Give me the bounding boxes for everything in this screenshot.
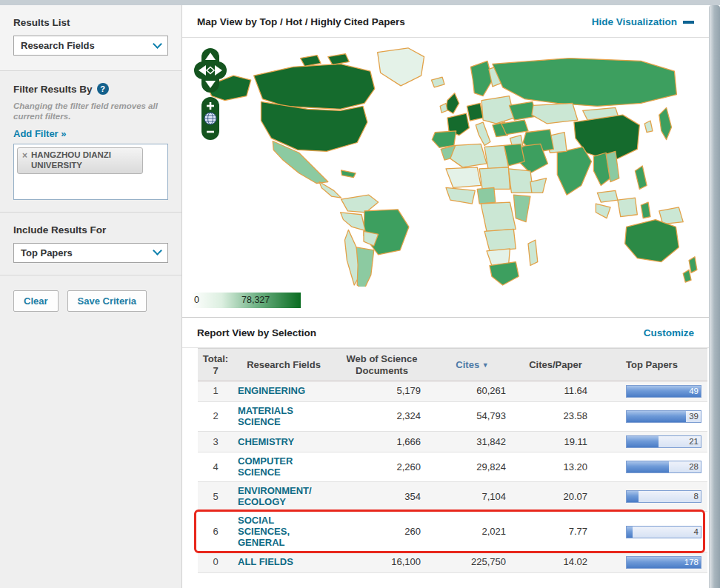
docs-cell: 5,179 [334, 381, 430, 402]
map-region-new-zealand[interactable] [689, 257, 697, 273]
table-row[interactable]: 4 COMPUTER SCIENCE 2,260 29,824 13.20 28 [198, 452, 707, 482]
docs-cell: 16,100 [334, 552, 430, 573]
rank-cell: 6 [198, 512, 233, 552]
cpp-cell: 20.07 [515, 482, 596, 512]
field-link[interactable]: SOCIAL SCIENCES, GENERAL [233, 512, 334, 552]
actions-section: Clear Save Criteria [0, 275, 181, 324]
column-wos-documents[interactable]: Web of Science Documents [334, 349, 430, 381]
column-research-fields[interactable]: Research Fields [233, 349, 334, 381]
map-region-colombia-venezuela[interactable] [341, 195, 379, 213]
map-region-east-africa[interactable] [513, 195, 530, 221]
map-region-argentina[interactable] [356, 247, 374, 287]
filter-chip[interactable]: × HANGZHOU DIANZI UNIVERSITY [17, 147, 143, 175]
field-link[interactable]: ENGINEERING [233, 381, 334, 402]
results-list-select[interactable]: Research Fields [13, 36, 168, 56]
map-region-peru[interactable] [341, 213, 365, 231]
map-region-madagascar[interactable] [528, 240, 538, 265]
map-region-australia[interactable] [625, 220, 679, 262]
map-region-russia[interactable] [493, 59, 677, 107]
map-region-caribbean[interactable] [341, 170, 356, 178]
map-region-horn-of-africa[interactable] [530, 178, 547, 193]
map-region-philippines[interactable] [635, 166, 647, 189]
map-region-scandinavia[interactable] [470, 61, 492, 96]
map-region-sumatra[interactable] [596, 204, 610, 218]
map-region-niger-chad[interactable] [479, 167, 510, 189]
map-region-sudan-ethiopia[interactable] [508, 169, 533, 193]
map-region-south-africa[interactable] [490, 262, 519, 285]
map-region-arctic-islands[interactable] [301, 56, 321, 67]
table-row-highlighted[interactable]: 6 SOCIAL SCIENCES, GENERAL 260 2,021 7.7… [198, 512, 707, 552]
cites-cell: 2,021 [430, 512, 515, 552]
filter-note: Changing the filter field removes all cu… [13, 101, 168, 122]
top-papers-bar: 8 [626, 490, 701, 503]
map-region-greenland[interactable] [378, 48, 424, 86]
field-link[interactable]: CHEMISTRY [233, 432, 334, 452]
map-region-new-zealand[interactable] [683, 270, 691, 282]
map-region-new-guinea[interactable] [659, 207, 683, 224]
world-map [182, 38, 709, 288]
column-cites-sorted[interactable]: Cites ▼ [430, 349, 515, 381]
map-region-india[interactable] [557, 147, 591, 195]
table-row[interactable]: 1 ENGINEERING 5,179 60,261 11.64 49 [198, 381, 707, 402]
filter-heading: Filter Results By [13, 84, 93, 95]
field-link[interactable]: COMPUTER SCIENCE [233, 452, 334, 482]
map-region-spain[interactable] [432, 131, 456, 148]
map-region-arctic-islands[interactable] [328, 54, 349, 65]
field-link[interactable]: ENVIRONMENT/ECOLOGY [233, 482, 334, 512]
map-title: Map View by Top / Hot / Highly Cited Pap… [197, 16, 405, 27]
cpp-cell: 11.64 [515, 381, 596, 402]
bar-value: 178 [684, 558, 699, 567]
table-row[interactable]: 3 CHEMISTRY 1,666 31,842 19.11 21 [198, 432, 707, 452]
map-region-germany[interactable] [467, 103, 483, 121]
include-results-select[interactable]: Top Papers [13, 243, 168, 263]
map-region-borneo[interactable] [618, 198, 638, 217]
docs-cell: 354 [334, 482, 430, 512]
add-filter-link[interactable]: Add Filter » [13, 128, 67, 139]
choropleth-map[interactable] [187, 39, 705, 287]
docs-cell: 2,324 [334, 402, 430, 432]
docs-cell: 1,666 [334, 432, 430, 452]
chevron-down-icon [153, 246, 162, 255]
rank-cell: 2 [198, 402, 233, 432]
map-region-malaysia[interactable] [597, 190, 618, 202]
map-region-italy[interactable] [476, 122, 490, 145]
map-region-canada[interactable] [254, 64, 375, 109]
map-region-uk[interactable] [446, 93, 459, 114]
hide-visualization-link[interactable]: Hide Visualization [592, 16, 694, 27]
map-region-eastern-europe[interactable] [481, 96, 514, 124]
table-row[interactable]: 5 ENVIRONMENT/ECOLOGY 354 7,104 20.07 8 [198, 482, 707, 512]
map-region-west-africa[interactable] [446, 187, 475, 204]
save-criteria-button[interactable]: Save Criteria [67, 290, 147, 312]
table-row[interactable]: 2 MATERIALS SCIENCE 2,324 54,793 23.58 3… [198, 402, 707, 432]
map-region-mali-mauritania[interactable] [446, 167, 481, 188]
map-region-central-america[interactable] [319, 182, 341, 198]
customize-link[interactable]: Customize [644, 327, 694, 338]
map-pan-control[interactable] [194, 48, 227, 93]
map-region-kazakhstan[interactable] [532, 103, 578, 124]
map-region-korea[interactable] [644, 121, 653, 133]
active-filters-box[interactable]: × HANGZHOU DIANZI UNIVERSITY [13, 144, 168, 200]
collapse-icon [683, 21, 694, 24]
map-controls [194, 48, 227, 140]
map-region-sulawesi[interactable] [641, 202, 650, 218]
vertical-scrollbar[interactable] [709, 5, 720, 588]
map-region-nigeria[interactable] [477, 187, 496, 204]
map-region-brazil[interactable] [364, 210, 409, 255]
map-region-central-africa[interactable] [481, 202, 516, 231]
table-row[interactable]: 0 ALL FIELDS 16,100 225,750 14.02 178 [198, 552, 707, 573]
clear-button[interactable]: Clear [13, 290, 59, 312]
map-zoom-control[interactable] [201, 97, 219, 140]
map-region-angola-zambia[interactable] [484, 229, 516, 250]
map-region-iceland[interactable] [431, 77, 444, 87]
map-region-algeria[interactable] [450, 144, 487, 167]
column-top-papers[interactable]: Top Papers [596, 349, 707, 381]
field-link[interactable]: MATERIALS SCIENCE [233, 402, 334, 432]
map-panel-header: Map View by Top / Hot / Highly Cited Pap… [182, 5, 709, 38]
field-link[interactable]: ALL FIELDS [233, 552, 334, 573]
help-icon[interactable]: ? [97, 83, 109, 95]
column-cites-per-paper[interactable]: Cites/Paper [515, 349, 596, 381]
remove-filter-icon[interactable]: × [22, 150, 27, 161]
map-region-ireland[interactable] [440, 103, 447, 113]
top-papers-bar: 49 [626, 385, 701, 398]
map-region-japan[interactable] [659, 107, 672, 139]
